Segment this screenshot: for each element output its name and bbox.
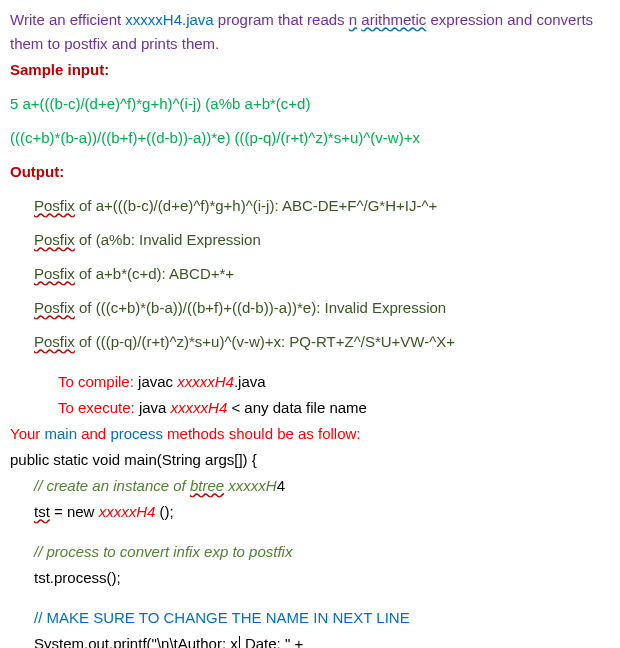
code-comment-2: // process to convert infix exp to postf… (10, 540, 610, 564)
output-line-4: Posfix of (((c+b)*(b-a))/((b+f)+((d-b))-… (10, 296, 610, 320)
intro-line-1: Write an efficient xxxxxH4.java program … (10, 8, 610, 56)
methods-main: main (44, 425, 77, 442)
methods-process: process (110, 425, 163, 442)
code-l4e: Date: " + (241, 635, 303, 648)
execute-line: To execute: java xxxxxH4 < any data file… (10, 396, 610, 420)
methods-p1: Your (10, 425, 44, 442)
compile-cmd: javac (134, 373, 177, 390)
comment-1a: // create an instance of (34, 477, 190, 494)
code-printf: System.out.printf (34, 635, 147, 648)
methods-p2: and (77, 425, 110, 442)
code-line-2: tst = new xxxxxH4 (); (10, 500, 610, 524)
output-line-2: Posfix of (a%b: Invalid Expression (10, 228, 610, 252)
comment-1c: xxxxxH (224, 477, 277, 494)
posfix-word-1: Posfix (34, 197, 75, 214)
sample-input-line-2: (((c+b)*(b-a))/((b+f)+((d-b))-a))*e) (((… (10, 126, 610, 150)
output-rest-1: of a+(((b-c)/(d+e)^f)*g+h)^(i-j): ABC-DE… (75, 197, 437, 214)
output-rest-4: of (((c+b)*(b-a))/((b+f)+((d-b))-a))*e):… (75, 299, 446, 316)
execute-cmd: java (135, 399, 171, 416)
code-line-4: System.out.printf("\n\tAuthor: x Date: "… (10, 632, 610, 648)
code-comment-1: // create an instance of btree xxxxxH4 (10, 474, 610, 498)
output-rest-5: of (((p-q)/(r+t)^z)*s+u)^(v-w)+x: PQ-RT+… (75, 333, 455, 350)
methods-line: Your main and process methods should be … (10, 422, 610, 446)
output-rest-3: of a+b*(c+d): ABCD+*+ (75, 265, 234, 282)
code-line-3: tst.process(); (10, 566, 610, 590)
output-line-1: Posfix of a+(((b-c)/(d+e)^f)*g+h)^(i-j):… (10, 194, 610, 218)
sample-input-line-1: 5 a+(((b-c)/(d+e)^f)*g+h)^(i-j) (a%b a+b… (10, 92, 610, 116)
code-l4b: (" (147, 635, 157, 648)
methods-p3: methods should be as follow: (163, 425, 361, 442)
posfix-word-4: Posfix (34, 299, 75, 316)
compile-label: To compile: (58, 373, 134, 390)
intro-n: n (349, 11, 357, 28)
compile-file: xxxxxH4 (177, 373, 234, 390)
intro-text-1: Write an efficient (10, 11, 125, 28)
code-tst: tst (34, 503, 50, 520)
code-eq-new: = new (50, 503, 99, 520)
compile-line: To compile: javac xxxxxH4.java (10, 370, 610, 394)
output-line-5: Posfix of (((p-q)/(r+t)^z)*s+u)^(v-w)+x:… (10, 330, 610, 354)
output-rest-2b: Expression (187, 231, 261, 248)
comment-1d: 4 (277, 477, 285, 494)
execute-label: To execute: (58, 399, 135, 416)
comment-1b: btree (190, 477, 224, 494)
code-comment-3: // MAKE SURE TO CHANGE THE NAME IN NEXT … (10, 606, 610, 630)
code-parens: (); (155, 503, 173, 520)
output-line-3: Posfix of a+b*(c+d): ABCD+*+ (10, 262, 610, 286)
intro-arithmetic: arithmetic (361, 11, 426, 28)
intro-text-2: program that reads (214, 11, 349, 28)
posfix-word-5: Posfix (34, 333, 75, 350)
code-l4c: \n\tAuthor (157, 635, 222, 648)
output-rest-2a: of (a%b: Invalid (75, 231, 187, 248)
code-l4d: : x (222, 635, 238, 648)
execute-file: xxxxxH4 (171, 399, 228, 416)
posfix-word-2: Posfix (34, 231, 75, 248)
sample-input-label: Sample input: (10, 58, 610, 82)
execute-rest: < any data file name (227, 399, 367, 416)
code-main-sig: public static void main(String args[]) { (10, 448, 610, 472)
compile-ext: .java (234, 373, 266, 390)
text-cursor-icon (239, 636, 240, 648)
output-label: Output: (10, 160, 610, 184)
intro-filename: xxxxxH4.java (125, 11, 213, 28)
posfix-word-3: Posfix (34, 265, 75, 282)
code-classname: xxxxxH4 (99, 503, 156, 520)
